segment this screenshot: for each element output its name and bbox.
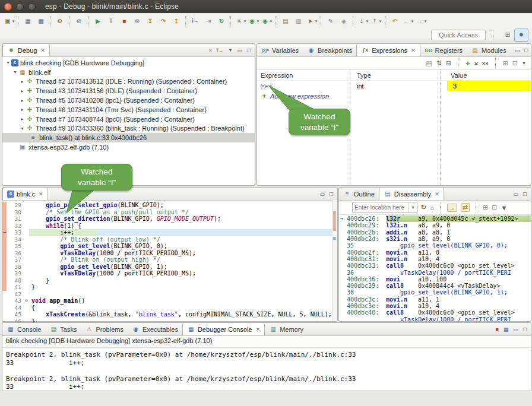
dropdown-arrow-icon[interactable]: ▾	[425, 19, 427, 24]
debug-tree-item[interactable]: ▸✣Thread #2 1073413512 (IDLE : Running) …	[2, 77, 255, 87]
dropdown-arrow-icon[interactable]: ▾	[379, 19, 382, 24]
disassembly-line[interactable]: 400dbc36:movia10, 100	[339, 276, 531, 283]
maximize-button[interactable]: □	[247, 47, 251, 53]
pin-view-button[interactable]: ⊡	[512, 59, 518, 67]
view-menu-button[interactable]: ▼	[501, 204, 507, 211]
disassembly-line[interactable]: 400dbc3e:movi.na10, 4	[339, 303, 531, 309]
minimize-button[interactable]: ▭	[319, 191, 325, 197]
disassembly-line[interactable]: 38 gpio_set_level(BLINK_GPIO, 1);	[339, 289, 531, 296]
dropdown-arrow-icon[interactable]: ▾	[244, 19, 246, 24]
build-button[interactable]: ⚙	[54, 15, 66, 27]
tab-modules[interactable]: ▤Modules	[467, 44, 511, 56]
minimize-button[interactable]: ▭	[513, 191, 518, 197]
code-line[interactable]: 31 gpio_set_direction(BLINK_GPIO, GPIO_M…	[2, 215, 337, 223]
debug-tree-item[interactable]: ▣xtensa-esp32-elf-gdb (7.10)	[2, 142, 255, 152]
expand-icon[interactable]: ▸	[19, 116, 26, 122]
step-into-button[interactable]: ↧	[144, 15, 156, 27]
use-step-filters-button[interactable]: ⇥	[202, 15, 214, 27]
console-output[interactable]: Breakpoint 2, blink_task (pvParameter=0x…	[2, 348, 531, 394]
maximize-button[interactable]: □	[523, 191, 527, 197]
disassembly-line[interactable]: 36 vTaskDelay(1000 / portTICK_PERI	[339, 269, 531, 275]
code-line[interactable]: 34 /* Blink off (output low) */	[2, 236, 337, 243]
instruction-stepping-button[interactable]: i→	[189, 15, 201, 27]
skip-all-breakpoints-button[interactable]: ⊘	[73, 15, 85, 27]
new-view-button[interactable]: ⊞	[483, 204, 488, 211]
expand-icon[interactable]: ▸	[19, 88, 26, 94]
expression-row[interactable]: (x)=iint3	[257, 81, 531, 91]
step-over-button[interactable]: ↷	[157, 15, 169, 27]
tab-variables[interactable]: (x)=Variables	[257, 44, 303, 56]
step-return-button[interactable]: ↥	[170, 15, 182, 27]
expand-icon[interactable]: ▸	[19, 79, 26, 84]
terminate-button[interactable]: ■	[495, 326, 498, 332]
save-all-button[interactable]: ▩	[35, 15, 47, 27]
debug-tree-item[interactable]: ▸✣Thread #5 1073410208 (ipc1) (Suspended…	[2, 96, 255, 105]
maximize-button[interactable]: □	[330, 191, 333, 197]
disassembly-listing[interactable]: →400dbc26:l32ra9, 0x400d045c <_stext+109…	[339, 215, 531, 321]
window-maximize-button[interactable]	[28, 3, 36, 11]
collapse-all-button[interactable]: ⊟	[446, 59, 451, 67]
maximize-button[interactable]: □	[524, 47, 528, 53]
tab-tasks[interactable]: ▤Tasks	[45, 323, 81, 335]
disassembly-line[interactable]: 400dbc31:movi.na10, 4	[339, 256, 531, 262]
show-type-names-button[interactable]: ▤	[426, 59, 432, 67]
tab-executables[interactable]: ◉Executables	[128, 323, 182, 335]
run-button[interactable]: ◉▾	[248, 15, 259, 27]
instruction-stepping-mode-button[interactable]: i→	[217, 47, 224, 53]
forward-button[interactable]: →▾	[415, 15, 427, 27]
code-line[interactable]: 38 gpio_set_level(BLINK_GPIO, 1);	[2, 264, 337, 271]
disassembly-line[interactable]: 400dbc2d:s32i.na8, a9, 0	[339, 236, 531, 242]
dropdown-arrow-icon[interactable]: ▾	[257, 19, 259, 24]
debug-tree-item[interactable]: ▸✣Thread #7 1073408744 (ipc0) (Suspended…	[2, 115, 255, 124]
close-icon[interactable]: ✕	[39, 191, 43, 197]
code-line[interactable]: 39 vTaskDelay(1000 / portTICK_PERIOD_MS)…	[2, 270, 337, 277]
pin-view-button[interactable]: ⊡	[492, 204, 497, 211]
toggle-mark-occurrences-button[interactable]: ◈	[338, 15, 350, 27]
dropdown-arrow-icon[interactable]: ▾	[315, 19, 318, 24]
debug-tree-item[interactable]: ▸✣Thread #3 1073413156 (IDLE) (Suspended…	[2, 86, 255, 96]
show-pc-button[interactable]: →	[447, 204, 457, 212]
launch-button[interactable]: ➤▾	[306, 15, 318, 27]
open-resource-button[interactable]: ▥	[293, 15, 305, 27]
disassembly-line[interactable]: 400dbc33:call80x400dc6c0 <gpio_set_level…	[339, 262, 531, 269]
home-button[interactable]: ⌂	[430, 204, 434, 211]
view-menu-button[interactable]: ▼	[522, 61, 526, 65]
code-line[interactable]: 45 xTaskCreate(&blink_task, "blink_task"…	[2, 311, 337, 318]
code-line[interactable]: 42	[2, 291, 337, 298]
tab-debug[interactable]: ✹Debug✕	[2, 44, 50, 56]
next-annotation-button[interactable]: ⇣▾	[357, 15, 369, 27]
collapse-icon[interactable]: ▾	[12, 69, 18, 75]
remove-all-expressions-button[interactable]: ××	[482, 61, 489, 66]
collapse-icon[interactable]: ▾	[5, 60, 11, 65]
tab-console[interactable]: ▦Console	[2, 323, 45, 335]
debug-tree-item[interactable]: ▾cblink checking [GDB Hardware Debugging…	[2, 58, 255, 68]
disassembly-line[interactable]: 35 gpio_set_level(BLINK_GPIO, 0);	[339, 242, 531, 249]
show-logical-structures-button[interactable]: ⇅	[436, 59, 442, 67]
debug-tree-item[interactable]: ▾▦blink.elf	[2, 68, 255, 77]
debug-tree-item[interactable]: ≡blink_task() at blink.c:33 0x400dbc26	[2, 133, 255, 142]
close-icon[interactable]: ✕	[40, 47, 45, 53]
tab-expressions[interactable]: ƒxExpressions✕	[356, 44, 420, 56]
resume-button[interactable]: ▶	[92, 15, 104, 27]
code-line[interactable]: 40 }	[2, 277, 337, 284]
dropdown-arrow-icon[interactable]: ▾	[366, 19, 369, 24]
dropdown-arrow-icon[interactable]: ▾	[411, 19, 414, 24]
display-console-button[interactable]: ▦	[504, 326, 509, 332]
window-close-button[interactable]	[4, 3, 12, 11]
code-line[interactable]: 32 while(1) {	[2, 223, 337, 230]
tab-memory[interactable]: ▥Memory	[265, 323, 308, 335]
code-line[interactable]: 29 gpio_pad_select_gpio(BLINK_GPIO);	[2, 202, 337, 209]
code-line[interactable]: 36 vTaskDelay(1000 / portTICK_PERIOD_MS)…	[2, 250, 337, 257]
disassembly-line[interactable]: vTaskDelay(1000 / portTICK_PERI	[339, 316, 531, 321]
add-expression-row[interactable]: +Add new expression	[257, 91, 531, 101]
dropdown-arrow-icon[interactable]: ▾	[12, 19, 15, 24]
sync-source-button[interactable]: ⇄	[461, 203, 470, 212]
format-button[interactable]: ✎	[325, 15, 337, 27]
tab-disassembly[interactable]: ▤Disassembly✕	[379, 188, 444, 200]
open-element-button[interactable]: ▤	[280, 15, 292, 27]
refresh-button[interactable]: ↻	[421, 204, 426, 211]
close-icon[interactable]: ✕	[435, 191, 439, 197]
suspend-button[interactable]: ‖	[105, 15, 117, 27]
minimize-button[interactable]: ▭	[513, 326, 518, 332]
back-button[interactable]: ←▾	[402, 15, 414, 27]
